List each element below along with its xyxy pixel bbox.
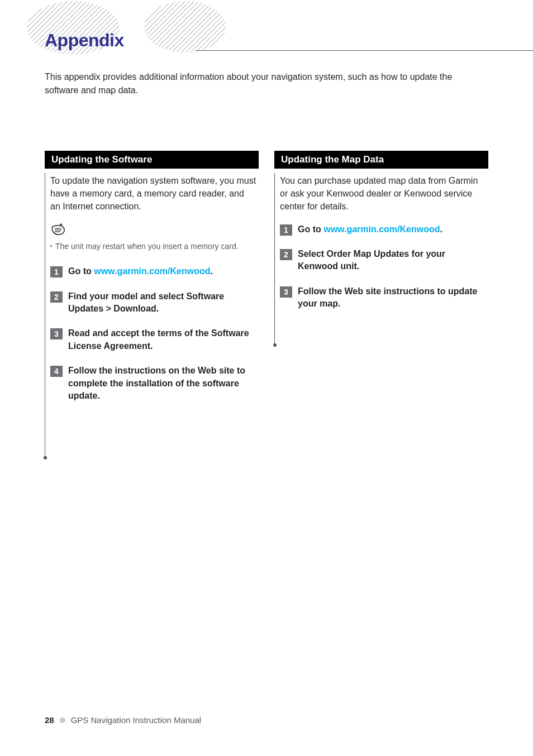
page-number: 28 — [45, 715, 54, 725]
step-number: 1 — [50, 266, 63, 277]
left-step-1: 1 Go to www.garmin.com/Kenwood. — [45, 265, 259, 277]
page-title: Appendix — [45, 30, 533, 51]
step-prefix: Go to — [298, 224, 323, 234]
step-suffix: . — [440, 224, 442, 234]
left-step-2: 2 Find your model and select Software Up… — [45, 290, 259, 315]
garmin-kenwood-link[interactable]: www.garmin.com/Kenwood — [94, 266, 210, 276]
step-suffix: . — [211, 266, 213, 276]
right-step-3: 3 Follow the Web site instructions to up… — [274, 285, 488, 310]
right-step-1: 1 Go to www.garmin.com/Kenwood. — [274, 223, 488, 236]
note-text: The unit may restart when you insert a m… — [50, 241, 256, 252]
title-rule — [196, 50, 533, 51]
step-number: 3 — [50, 328, 63, 339]
step-number: 3 — [280, 286, 292, 298]
right-step-2: 2 Select Order Map Updates for your Kenw… — [274, 248, 488, 273]
note-content: The unit may restart when you insert a m… — [55, 242, 239, 251]
note-icon — [50, 223, 256, 239]
note-block: The unit may restart when you insert a m… — [45, 223, 259, 252]
footer-title: GPS Navigation Instruction Manual — [71, 715, 201, 725]
step-text: Find your model and select Software Upda… — [68, 290, 256, 315]
left-column: Updating the Software To update the navi… — [45, 151, 259, 414]
rule-dot-icon — [273, 343, 277, 347]
step-text: Select Order Map Updates for your Kenwoo… — [298, 248, 486, 273]
right-section-intro: You can purchase updated map data from G… — [274, 174, 488, 213]
left-step-4: 4 Follow the instructions on the Web sit… — [45, 365, 259, 402]
left-step-3: 3 Read and accept the terms of the Softw… — [45, 327, 259, 352]
step-number: 4 — [50, 366, 63, 377]
page-footer: 28 GPS Navigation Instruction Manual — [45, 715, 201, 725]
step-text: Read and accept the terms of the Softwar… — [68, 327, 256, 352]
rule-dot-icon — [44, 456, 47, 460]
right-column: Updating the Map Data You can purchase u… — [274, 151, 488, 414]
step-text: Go to www.garmin.com/Kenwood. — [298, 223, 442, 236]
right-section-heading: Updating the Map Data — [274, 151, 488, 169]
step-text: Follow the Web site instructions to upda… — [298, 285, 486, 310]
garmin-kenwood-link[interactable]: www.garmin.com/Kenwood — [323, 224, 440, 234]
bullet-icon — [50, 245, 52, 247]
left-column-rule — [45, 173, 45, 458]
left-section-intro: To update the navigation system software… — [45, 174, 259, 213]
step-number: 1 — [280, 224, 292, 236]
step-number: 2 — [50, 291, 63, 303]
step-text: Go to www.garmin.com/Kenwood. — [68, 265, 213, 277]
left-section-heading: Updating the Software — [45, 151, 259, 169]
footer-dot-icon — [60, 717, 65, 723]
intro-text: This appendix provides additional inform… — [0, 61, 533, 97]
step-text: Follow the instructions on the Web site … — [68, 365, 256, 402]
step-number: 2 — [280, 249, 292, 260]
step-prefix: Go to — [68, 266, 94, 276]
right-column-rule — [274, 173, 275, 345]
